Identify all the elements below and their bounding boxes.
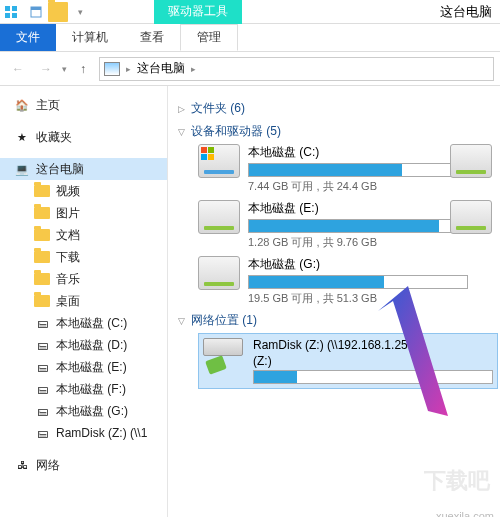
- svg-rect-7: [208, 147, 214, 153]
- chevron-right-icon: ▸: [126, 64, 131, 74]
- svg-rect-9: [208, 154, 214, 160]
- sidebar-item-label: 本地磁盘 (E:): [56, 359, 127, 376]
- folder-icon: [34, 273, 50, 285]
- sidebar-item-label: 网络: [36, 457, 60, 474]
- folder-icon: [34, 185, 50, 197]
- network-drive-item[interactable]: RamDisk (Z:) (\\192.168.1.250) (Z:): [198, 333, 498, 389]
- sidebar-item-label: 音乐: [56, 271, 80, 288]
- title-bar: ▾ 驱动器工具 这台电脑: [0, 0, 500, 24]
- drive-item[interactable]: 本地磁盘 (E:) 1.28 GB 可用 , 共 9.76 GB 本30: [198, 200, 500, 250]
- nav-forward-icon[interactable]: →: [34, 57, 58, 81]
- tab-computer[interactable]: 计算机: [56, 24, 124, 51]
- section-label: 网络位置 (1): [191, 312, 257, 329]
- tab-manage[interactable]: 管理: [180, 24, 238, 51]
- pc-icon: [104, 62, 120, 76]
- network-drive-icon: 🖴: [34, 425, 50, 441]
- qat-customize-icon[interactable]: ▾: [70, 2, 90, 22]
- ribbon-tabs: 文件 计算机 查看 管理: [0, 24, 500, 52]
- window-title: 这台电脑: [440, 3, 492, 21]
- home-icon: 🏠: [14, 97, 30, 113]
- sidebar-item-label: 主页: [36, 97, 60, 114]
- sidebar-item-thispc[interactable]: 💻这台电脑: [0, 158, 167, 180]
- expand-icon: ▽: [178, 127, 185, 137]
- drive-icon: [198, 144, 240, 178]
- drive-name: RamDisk (Z:) (\\192.168.1.250): [253, 338, 493, 352]
- drive-icon: 🖴: [34, 403, 50, 419]
- sidebar-item-label: 这台电脑: [36, 161, 84, 178]
- drive-name: 本地磁盘 (C:): [248, 144, 468, 161]
- sidebar-item-home[interactable]: 🏠主页: [0, 94, 167, 116]
- drive-icon: 🖴: [34, 315, 50, 331]
- sidebar-item-drive-d[interactable]: 🖴本地磁盘 (D:): [0, 334, 167, 356]
- sidebar-item-desktop[interactable]: 桌面: [0, 290, 167, 312]
- drive-stat: 19.5 GB 可用 , 共 51.3 GB: [248, 291, 468, 306]
- sidebar-item-drive-c[interactable]: 🖴本地磁盘 (C:): [0, 312, 167, 334]
- usage-bar: [248, 219, 468, 233]
- ribbon-context-tab[interactable]: 驱动器工具: [154, 0, 242, 24]
- sidebar-item-downloads[interactable]: 下载: [0, 246, 167, 268]
- sidebar-item-label: 本地磁盘 (F:): [56, 381, 126, 398]
- drive-icon: [198, 200, 240, 234]
- sidebar-item-drive-g[interactable]: 🖴本地磁盘 (G:): [0, 400, 167, 422]
- sidebar-item-label: 视频: [56, 183, 80, 200]
- sidebar-item-label: 下载: [56, 249, 80, 266]
- nav-bar: ← → ▾ ↑ ▸ 这台电脑 ▸: [0, 52, 500, 86]
- sidebar-item-label: 本地磁盘 (D:): [56, 337, 127, 354]
- svg-rect-3: [12, 13, 17, 18]
- folder-icon: [34, 295, 50, 307]
- nav-tree: 🏠主页 ★收藏夹 💻这台电脑 视频 图片 文档 下载 音乐 桌面 🖴本地磁盘 (…: [0, 86, 168, 517]
- svg-rect-0: [5, 6, 10, 11]
- drive-name: 本地磁盘 (E:): [248, 200, 468, 217]
- pc-icon: 💻: [14, 161, 30, 177]
- sidebar-item-label: 本地磁盘 (G:): [56, 403, 128, 420]
- sidebar-item-network[interactable]: 🖧网络: [0, 454, 167, 476]
- sidebar-item-drive-f[interactable]: 🖴本地磁盘 (F:): [0, 378, 167, 400]
- folder-icon: [34, 229, 50, 241]
- drive-item[interactable]: 本地磁盘 (C:) 7.44 GB 可用 , 共 24.4 GB 本10: [198, 144, 500, 194]
- tab-view[interactable]: 查看: [124, 24, 180, 51]
- drive-icon: 🖴: [34, 337, 50, 353]
- sidebar-item-drive-e[interactable]: 🖴本地磁盘 (E:): [0, 356, 167, 378]
- section-folders[interactable]: ▷文件夹 (6): [178, 100, 500, 117]
- network-drive-icon: [203, 338, 245, 372]
- collapse-icon: ▷: [178, 104, 185, 114]
- section-label: 设备和驱动器 (5): [191, 123, 281, 140]
- folder-icon: [34, 251, 50, 263]
- quick-access-toolbar: ▾: [22, 2, 94, 22]
- sidebar-item-pictures[interactable]: 图片: [0, 202, 167, 224]
- breadcrumb[interactable]: 这台电脑: [137, 60, 185, 77]
- main-pane: ▷文件夹 (6) ▽设备和驱动器 (5) 本地磁盘 (C:) 7.44 GB 可…: [168, 86, 500, 517]
- sidebar-item-favorites[interactable]: ★收藏夹: [0, 126, 167, 148]
- qat-newfolder-icon[interactable]: [48, 2, 68, 22]
- window-menu-icon[interactable]: [0, 1, 22, 23]
- watermark-logo: 下载吧: [424, 466, 490, 496]
- sidebar-item-documents[interactable]: 文档: [0, 224, 167, 246]
- drive-icon: [198, 256, 240, 290]
- address-bar[interactable]: ▸ 这台电脑 ▸: [99, 57, 494, 81]
- sidebar-item-music[interactable]: 音乐: [0, 268, 167, 290]
- svg-rect-1: [12, 6, 17, 11]
- drive-icon: [450, 200, 492, 234]
- sidebar-item-videos[interactable]: 视频: [0, 180, 167, 202]
- section-network[interactable]: ▽网络位置 (1): [178, 312, 500, 329]
- drive-sub: (Z:): [253, 354, 493, 368]
- nav-back-icon[interactable]: ←: [6, 57, 30, 81]
- section-label: 文件夹 (6): [191, 100, 245, 117]
- sidebar-item-label: RamDisk (Z:) (\\1: [56, 426, 147, 440]
- nav-history-icon[interactable]: ▾: [62, 64, 67, 74]
- drive-item[interactable]: 本地磁盘 (G:) 19.5 GB 可用 , 共 51.3 GB: [198, 256, 500, 306]
- drive-icon: 🖴: [34, 381, 50, 397]
- chevron-right-icon: ▸: [191, 64, 196, 74]
- sidebar-item-drive-z[interactable]: 🖴RamDisk (Z:) (\\1: [0, 422, 167, 444]
- usage-bar: [253, 370, 493, 384]
- nav-up-icon[interactable]: ↑: [71, 57, 95, 81]
- star-icon: ★: [14, 129, 30, 145]
- sidebar-item-label: 文档: [56, 227, 80, 244]
- qat-properties-icon[interactable]: [26, 2, 46, 22]
- drive-icon: 🖴: [34, 359, 50, 375]
- sidebar-item-label: 本地磁盘 (C:): [56, 315, 127, 332]
- tab-file[interactable]: 文件: [0, 24, 56, 51]
- watermark-text: xuexila.com: [436, 510, 494, 517]
- section-drives[interactable]: ▽设备和驱动器 (5): [178, 123, 500, 140]
- usage-bar: [248, 275, 468, 289]
